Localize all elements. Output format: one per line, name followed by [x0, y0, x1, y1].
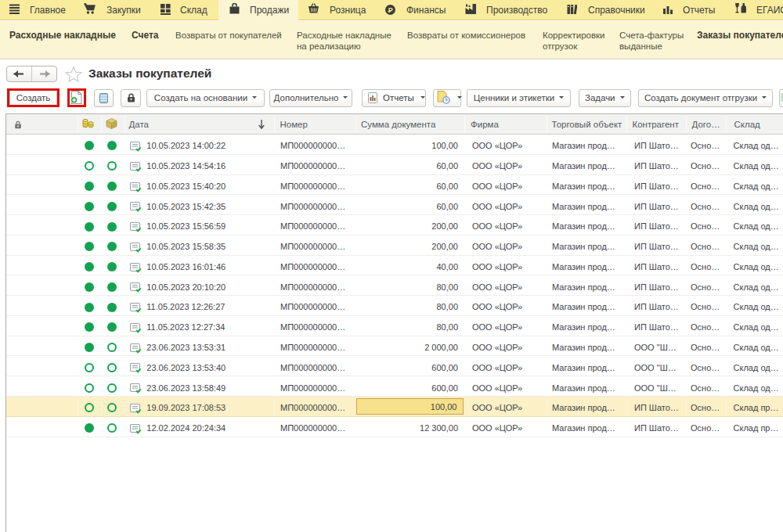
- svg-text:P: P: [388, 6, 393, 14]
